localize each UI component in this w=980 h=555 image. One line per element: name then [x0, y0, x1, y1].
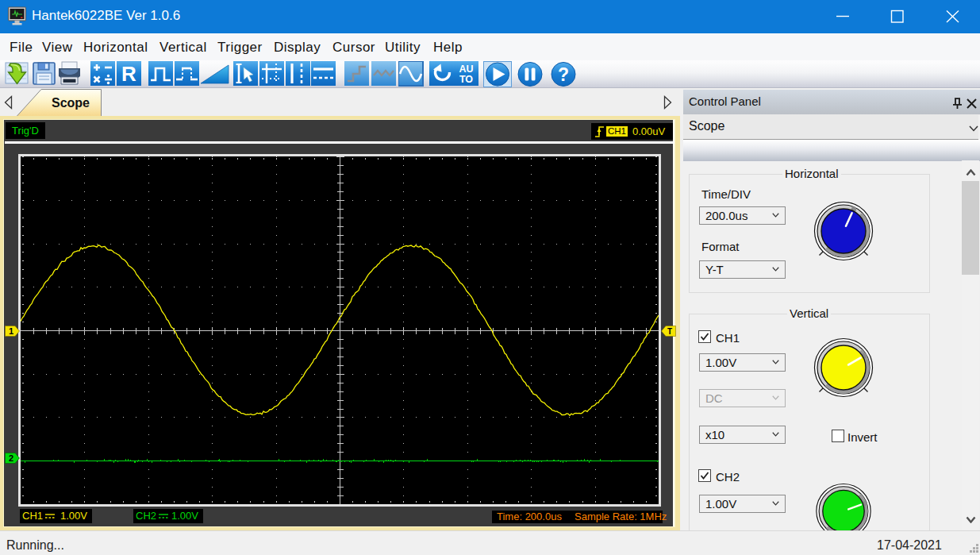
svg-text:AU: AU	[459, 64, 473, 75]
svg-text:T: T	[667, 327, 672, 336]
svg-text:?: ?	[558, 64, 569, 85]
svg-text:2: 2	[9, 453, 13, 463]
svg-text:Scope: Scope	[52, 96, 90, 110]
svg-text:R: R	[121, 62, 136, 86]
svg-text:TO: TO	[459, 74, 473, 85]
svg-text:1: 1	[9, 326, 13, 336]
